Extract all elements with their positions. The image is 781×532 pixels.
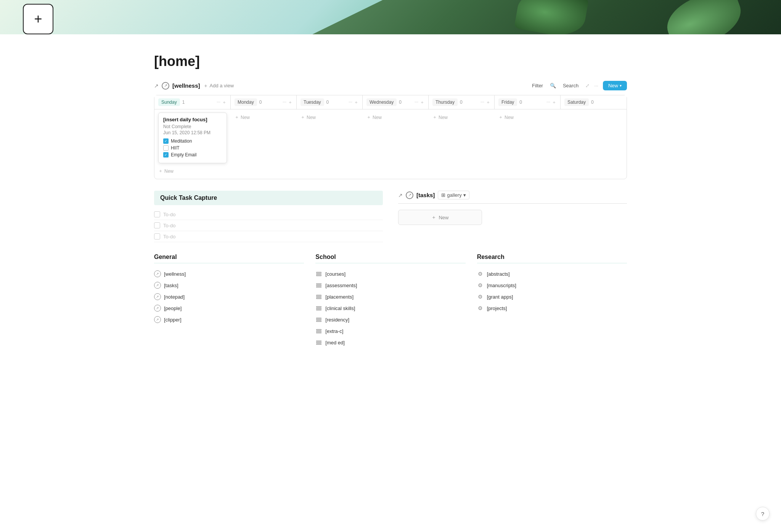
meditation-checkbox[interactable] (163, 138, 169, 144)
tasks-section-header: ↗ [tasks] ⊞ gallery ▾ (398, 191, 627, 199)
monday-new-label: New (241, 115, 250, 120)
school-item-assessments[interactable]: [assessments] (315, 280, 465, 291)
sunday-more-icon[interactable]: ··· (217, 99, 220, 106)
general-item-tasks[interactable]: [tasks] (154, 280, 304, 291)
sunday-count: 1 (182, 100, 185, 105)
monday-add-icon2: ＋ (235, 114, 239, 121)
email-label: Empty Email (171, 152, 196, 158)
wednesday-label: Wednesday (366, 98, 397, 106)
chevron-down-icon: ▾ (620, 84, 622, 88)
wednesday-add-icon[interactable]: ＋ (420, 99, 424, 106)
tuesday-add-icon[interactable]: ＋ (354, 99, 358, 106)
abstracts-icon (477, 270, 484, 277)
friday-more-icon[interactable]: ··· (546, 99, 550, 106)
saturday-count: 0 (591, 100, 594, 105)
thursday-more-icon[interactable]: ··· (480, 99, 484, 106)
sunday-new-label: New (164, 169, 174, 174)
tuesday-add-new[interactable]: ＋ New (301, 113, 359, 122)
clipper-link-icon (154, 316, 161, 323)
research-item-abstracts[interactable]: [abstracts] (477, 268, 627, 280)
meditation-row[interactable]: Meditation (163, 138, 222, 144)
tasks-section: ↗ [tasks] ⊞ gallery ▾ ＋ New (398, 191, 627, 242)
placements-icon (315, 293, 322, 300)
monday-body: ＋ New (231, 109, 297, 170)
school-item-meded[interactable]: [med ed] (315, 337, 465, 348)
hiit-row[interactable]: HIIT (163, 145, 222, 151)
wednesday-add-icon2: ＋ (366, 114, 371, 121)
monday-add-new[interactable]: ＋ New (235, 113, 293, 122)
todo-row-1[interactable]: To-do (154, 209, 383, 220)
thursday-add-icon[interactable]: ＋ (486, 99, 490, 106)
add-view-label: Add a view (210, 83, 234, 88)
expand-icon[interactable]: ⤢ (585, 83, 590, 88)
general-tasks-label: [tasks] (164, 283, 178, 288)
monday-more-icon[interactable]: ··· (283, 99, 286, 106)
general-item-clipper[interactable]: [clipper] (154, 314, 304, 325)
new-page-button[interactable]: + (23, 4, 53, 34)
wellness-link-icon (154, 270, 161, 277)
email-row[interactable]: Empty Email (163, 152, 222, 158)
card-date: Jun 15, 2020 12:58 PM (163, 130, 222, 135)
page-content: [home] ↗ [wellness] ＋ Add a view Filter … (124, 34, 657, 371)
calendar-column-saturday: Saturday 0 (561, 95, 627, 179)
school-item-residency[interactable]: [residency] (315, 314, 465, 325)
school-courses-label: [courses] (325, 271, 346, 277)
todo-row-2[interactable]: To-do (154, 220, 383, 231)
tasks-arrow-icon[interactable]: ↗ (398, 192, 403, 198)
research-item-manuscripts[interactable]: [manuscripts] (477, 280, 627, 291)
school-item-extrac[interactable]: [extra-c] (315, 325, 465, 337)
todo-checkbox-1[interactable] (154, 211, 160, 217)
tuesday-actions: ··· ＋ (349, 99, 358, 106)
school-section: School [courses] [assessments] (315, 254, 465, 348)
thursday-add-new[interactable]: ＋ New (432, 113, 491, 122)
calendar-column-sunday: Sunday 1 ··· ＋ [insert daily focus] Not … (154, 95, 231, 179)
meditation-label: Meditation (171, 138, 192, 144)
friday-add-new[interactable]: ＋ New (498, 113, 557, 122)
more-options-icon[interactable]: ··· (594, 83, 598, 88)
monday-add-icon[interactable]: ＋ (288, 99, 292, 106)
monday-actions: ··· ＋ (283, 99, 292, 106)
quick-task-section: Quick Task Capture To-do To-do To-do (154, 191, 383, 242)
filter-button[interactable]: Filter (530, 82, 545, 89)
new-task-button[interactable]: ＋ New (398, 210, 482, 225)
sunday-card[interactable]: [insert daily focus] Not Complete Jun 15… (158, 113, 227, 163)
wednesday-header: Wednesday 0 ··· ＋ (363, 95, 429, 109)
gallery-chevron-icon: ▾ (463, 192, 466, 198)
tasks-circle-icon[interactable] (406, 191, 413, 199)
tuesday-more-icon[interactable]: ··· (349, 99, 352, 106)
todo-checkbox-2[interactable] (154, 222, 160, 228)
plus-icon: + (34, 12, 42, 26)
sunday-add-icon[interactable]: ＋ (222, 99, 227, 106)
friday-add-icon[interactable]: ＋ (552, 99, 556, 106)
wellness-new-button[interactable]: New ▾ (603, 81, 627, 90)
gallery-button[interactable]: ⊞ gallery ▾ (438, 191, 469, 199)
add-view-button[interactable]: ＋ Add a view (203, 82, 234, 89)
tuesday-add-icon2: ＋ (301, 114, 305, 121)
tuesday-label: Tuesday (301, 98, 324, 106)
general-clipper-label: [clipper] (164, 317, 182, 323)
general-item-people[interactable]: [people] (154, 302, 304, 314)
wednesday-add-new[interactable]: ＋ New (366, 113, 425, 122)
wellness-circle-icon[interactable] (162, 82, 169, 90)
wellness-arrow-icon[interactable]: ↗ (154, 83, 159, 89)
friday-new-label: New (505, 115, 514, 120)
sunday-add-new[interactable]: ＋ New (158, 166, 227, 176)
school-item-placements[interactable]: [placements] (315, 291, 465, 302)
hiit-checkbox[interactable] (163, 145, 169, 151)
tasks-link-icon (154, 282, 161, 289)
search-button[interactable]: Search (561, 82, 581, 89)
school-item-courses[interactable]: [courses] (315, 268, 465, 280)
school-item-clinical[interactable]: [clinical skills] (315, 302, 465, 314)
research-item-grantapps[interactable]: [grant apps] (477, 291, 627, 302)
saturday-header: Saturday 0 (561, 95, 627, 109)
todo-checkbox-3[interactable] (154, 233, 160, 239)
wednesday-more-icon[interactable]: ··· (415, 99, 418, 106)
wellness-header-right: Filter 🔍 Search ⤢ ··· New ▾ (530, 81, 627, 90)
tasks-body: ＋ New (398, 203, 627, 225)
research-item-projects[interactable]: [projects] (477, 302, 627, 314)
todo-row-3[interactable]: To-do (154, 231, 383, 242)
school-title: School (315, 254, 465, 264)
general-item-notepad[interactable]: [notepad] (154, 291, 304, 302)
email-checkbox[interactable] (163, 152, 169, 158)
general-item-wellness[interactable]: [wellness] (154, 268, 304, 280)
